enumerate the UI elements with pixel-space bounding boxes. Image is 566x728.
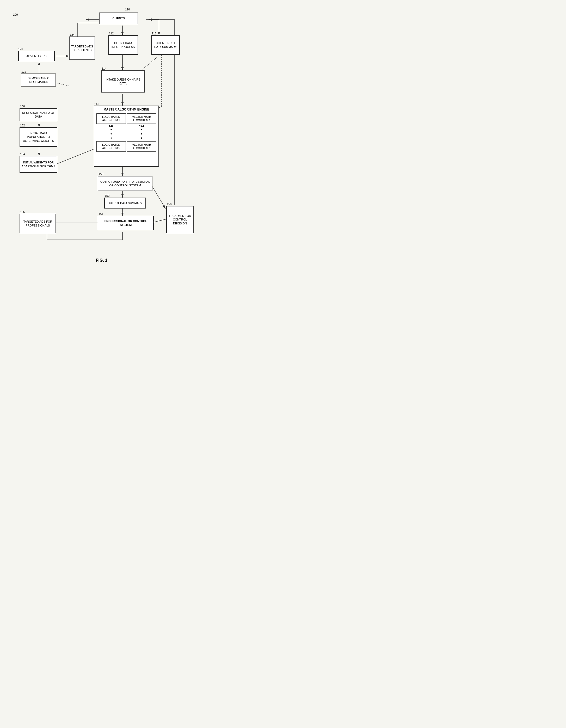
ref-122: 122 — [21, 70, 26, 73]
logic-algo-1-box: LOGIC-BASED ALGORITHM 1 — [96, 113, 126, 124]
ref-130: 130 — [20, 105, 25, 108]
client-data-input-box: CLIENT DATA INPUT PROCESS — [108, 35, 138, 55]
ref-124: 124 — [70, 33, 75, 36]
ref-132: 132 — [20, 124, 25, 127]
ref-114: 114 — [102, 67, 106, 70]
output-data-box: OUTPUT DATA FOR PROFESSIONAL OR CONTROL … — [98, 176, 152, 191]
diagram: 100 CLIENTS 110 ADVERTISERS 120 TARGETED… — [5, 5, 198, 255]
dots-left: 142 ••• — [96, 125, 126, 140]
ref-152: 152 — [105, 194, 109, 197]
dots-right: 144 ••• — [127, 125, 156, 140]
client-input-data-summary-box: CLIENT INPUT DATA SUMMARY — [151, 35, 180, 55]
output-data-summary-box: OUTPUT DATA SUMMARY — [104, 198, 146, 209]
vector-algo-5-box: VECTOR MATH ALGORITHM 5 — [127, 141, 156, 152]
targeted-ads-clients-box: TARGETED ADS FOR CLIENTS — [69, 36, 95, 60]
research-area-box: RESEARCH IN AREA OF DATA — [20, 108, 57, 121]
intake-questionnaire-box: INTAKE QUESTIONNAIRE DATA — [101, 70, 145, 93]
ref-140: 140 — [94, 102, 99, 106]
figure-label: FIG. 1 — [5, 258, 198, 263]
ref-156: 156 — [167, 203, 171, 206]
logic-algo-5-box: LOGIC-BASED ALGORITHM 5 — [96, 141, 126, 152]
ref-116: 116 — [152, 32, 156, 35]
ref-150: 150 — [99, 173, 103, 176]
professional-control-box: PROFESSIONAL OR CONTROL SYSTEM — [98, 216, 154, 230]
master-algo-engine-box: MASTER ALGORITHM ENGINE LOGIC-BASED ALGO… — [94, 106, 159, 167]
ref-112: 112 — [109, 32, 114, 35]
master-algo-label: MASTER ALGORITHM ENGINE — [96, 108, 156, 112]
initial-data-pop-box: INITIAL DATA POPULATION TO DETERMINE WEI… — [20, 127, 57, 147]
initial-weights-box: INITIAL WEIGHTS FOR ADAPTIVE ALGORITHMS — [20, 156, 57, 173]
targeted-ads-prof-box: TARGETED ADS FOR PROFESSIONALS — [20, 214, 56, 233]
ref-144: 144 — [127, 125, 156, 128]
ref-134: 134 — [20, 152, 25, 156]
ref-154: 154 — [99, 212, 103, 216]
ref-126: 126 — [20, 210, 25, 213]
clients-box: CLIENTS — [99, 13, 138, 24]
treatment-control-box: TREATMENT OR CONTROL DECISION — [166, 206, 194, 233]
vector-algo-1-box: VECTOR MATH ALGORITHM 1 — [127, 113, 156, 124]
advertisers-box: ADVERTISERS — [18, 51, 55, 61]
svg-line-11 — [138, 53, 162, 73]
ref-110: 110 — [125, 8, 130, 11]
ref-120: 120 — [18, 47, 23, 51]
ref-142: 142 — [96, 125, 126, 128]
demographic-info-box: DEMOGRAPHIC INFORMATION — [21, 74, 56, 87]
ref-100: 100 — [13, 13, 18, 16]
